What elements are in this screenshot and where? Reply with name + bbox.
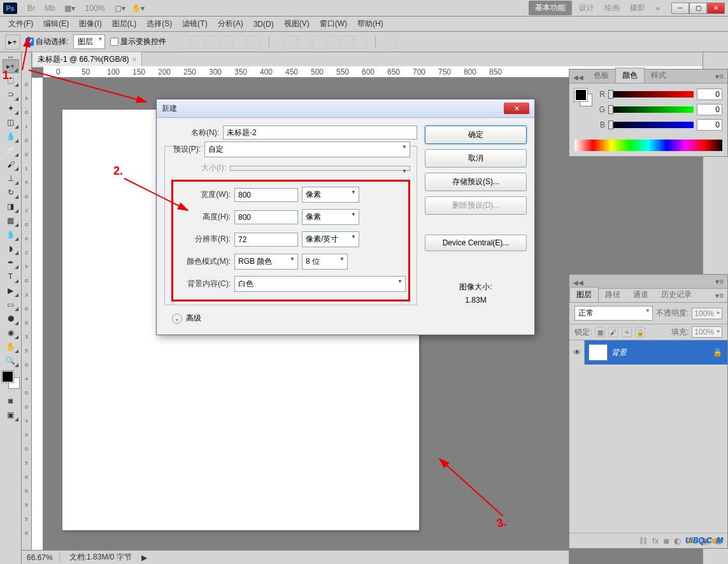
screen-mode-icon[interactable]: ▦▾ bbox=[63, 2, 77, 15]
gradient-tool[interactable]: ▦ bbox=[3, 213, 19, 228]
menu-help[interactable]: 帮助(H) bbox=[352, 17, 389, 31]
distribute-icon[interactable] bbox=[312, 36, 325, 48]
layer-visibility-icon[interactable]: 👁 bbox=[569, 340, 585, 365]
b-slider[interactable] bbox=[608, 122, 694, 128]
align-icon[interactable] bbox=[206, 36, 218, 48]
save-preset-button[interactable]: 存储预设(S)... bbox=[425, 173, 527, 191]
auto-select-target[interactable]: 图层 bbox=[73, 34, 105, 49]
background-select[interactable]: 白色 bbox=[234, 276, 406, 292]
3d-camera-tool[interactable]: ◉ bbox=[3, 326, 19, 340]
distribute-icon[interactable] bbox=[326, 36, 339, 48]
panel-color-swatch[interactable] bbox=[575, 89, 592, 106]
cancel-button[interactable]: 取消 bbox=[425, 149, 527, 168]
crop-tool[interactable]: ◫ bbox=[3, 115, 19, 129]
align-icon[interactable] bbox=[220, 36, 232, 48]
auto-select-check[interactable]: 自动选择: bbox=[25, 36, 68, 47]
tab-channels[interactable]: 通道 bbox=[627, 287, 655, 302]
pen-tool[interactable]: ✒ bbox=[3, 256, 19, 270]
3d-tool[interactable]: ⬢ bbox=[3, 312, 19, 326]
tab-swatches[interactable]: 色板 bbox=[587, 68, 615, 83]
minimize-button[interactable]: ─ bbox=[671, 3, 689, 14]
lock-all-icon[interactable]: 🔒 bbox=[635, 327, 645, 337]
fill-value[interactable]: 100% bbox=[692, 326, 722, 338]
close-button[interactable]: ✕ bbox=[707, 3, 725, 14]
layer-thumbnail[interactable] bbox=[589, 344, 608, 361]
hand-icon[interactable]: ✋▾ bbox=[131, 2, 145, 15]
workspace-painting[interactable]: 绘画 bbox=[599, 1, 625, 15]
show-transform-checkbox[interactable] bbox=[110, 38, 118, 46]
quickmask-tool[interactable]: ◙ bbox=[3, 394, 19, 408]
panel-fg-color[interactable] bbox=[575, 89, 587, 101]
color-spectrum[interactable] bbox=[575, 140, 722, 151]
tab-layers[interactable]: 图层 bbox=[569, 287, 599, 302]
adjustment-layer-icon[interactable]: ◐ bbox=[674, 536, 681, 546]
marquee-tool[interactable]: ⬚ bbox=[3, 73, 19, 87]
menu-filter[interactable]: 滤镜(T) bbox=[177, 17, 212, 31]
menu-window[interactable]: 窗口(W) bbox=[315, 17, 352, 31]
workspace-photography[interactable]: 摄影 bbox=[625, 1, 650, 15]
layer-name[interactable]: 背景 bbox=[611, 347, 713, 358]
menu-view[interactable]: 视图(V) bbox=[279, 17, 315, 31]
lasso-tool[interactable]: ⊃ bbox=[3, 87, 19, 101]
name-input[interactable] bbox=[223, 126, 417, 140]
menu-file[interactable]: 文件(F) bbox=[3, 17, 38, 31]
workspace-design[interactable]: 设计 bbox=[574, 1, 599, 15]
arrange-icon[interactable]: ▢▾ bbox=[113, 2, 127, 15]
history-brush-tool[interactable]: ↻ bbox=[3, 185, 19, 199]
panel-collapse-icon[interactable]: ◀◀ bbox=[569, 72, 587, 83]
tab-close-icon[interactable]: × bbox=[132, 55, 136, 63]
tab-styles[interactable]: 样式 bbox=[645, 68, 673, 83]
dodge-tool[interactable]: ◗ bbox=[3, 242, 19, 256]
g-value[interactable]: 0 bbox=[697, 104, 722, 115]
align-icon[interactable] bbox=[192, 36, 204, 48]
brush-tool[interactable]: 🖌 bbox=[3, 157, 19, 171]
width-unit-select[interactable]: 像素 bbox=[302, 187, 359, 203]
path-select-tool[interactable]: ▶ bbox=[3, 284, 19, 298]
hand-tool[interactable]: ✋ bbox=[3, 340, 19, 354]
eraser-tool[interactable]: ◨ bbox=[3, 199, 19, 213]
workspace-more[interactable]: » bbox=[650, 2, 665, 15]
tab-color[interactable]: 颜色 bbox=[615, 68, 645, 83]
eyedropper-tool[interactable]: 💧 bbox=[3, 129, 19, 143]
document-tab[interactable]: 未标题-1 @ 66.7%(RGB/8) × bbox=[32, 52, 142, 68]
current-tool-icon[interactable]: ▸+ bbox=[5, 34, 20, 50]
resolution-input[interactable] bbox=[234, 233, 298, 247]
lock-transparent-icon[interactable]: ▦ bbox=[595, 327, 605, 337]
type-tool[interactable]: T bbox=[3, 270, 19, 284]
menu-image[interactable]: 图像(I) bbox=[74, 17, 106, 31]
layer-mask-icon[interactable]: ◙ bbox=[664, 536, 669, 546]
r-value[interactable]: 0 bbox=[697, 89, 722, 100]
status-doc-info[interactable]: 文档:1.83M/0 字节 bbox=[69, 552, 132, 563]
panel-menu-icon[interactable]: ▾≡ bbox=[711, 289, 727, 302]
bridge-button[interactable]: Br bbox=[24, 3, 39, 14]
zoom-tool[interactable]: 🔍 bbox=[3, 354, 19, 368]
align-3d-icon[interactable] bbox=[384, 36, 397, 48]
panel-menu-icon[interactable]: ▾≡ bbox=[711, 275, 727, 288]
menu-edit[interactable]: 编辑(E) bbox=[38, 17, 74, 31]
color-mode-select[interactable]: RGB 颜色 bbox=[234, 254, 298, 270]
height-unit-select[interactable]: 像素 bbox=[302, 209, 359, 225]
tab-paths[interactable]: 路径 bbox=[599, 287, 627, 302]
menu-3d[interactable]: 3D(D) bbox=[248, 18, 279, 31]
ruler-vertical[interactable] bbox=[32, 78, 43, 564]
color-swatches[interactable] bbox=[2, 371, 20, 389]
healing-tool[interactable]: 🩹 bbox=[3, 143, 19, 157]
status-arrow-icon[interactable]: ▶ bbox=[141, 553, 147, 562]
wand-tool[interactable]: ✦ bbox=[3, 101, 19, 115]
bit-depth-select[interactable]: 8 位 bbox=[302, 254, 348, 270]
height-input[interactable] bbox=[234, 210, 298, 224]
lock-position-icon[interactable]: + bbox=[622, 327, 632, 337]
maximize-button[interactable]: ▢ bbox=[689, 3, 707, 14]
layer-row[interactable]: 👁 背景 🔒 bbox=[569, 340, 727, 365]
align-icon[interactable] bbox=[178, 36, 190, 48]
panel-menu-icon[interactable]: ▾≡ bbox=[711, 70, 727, 83]
g-slider[interactable] bbox=[608, 106, 694, 113]
tab-history[interactable]: 历史记录 bbox=[655, 287, 698, 302]
show-transform-check[interactable]: 显示变换控件 bbox=[110, 36, 166, 47]
menu-select[interactable]: 选择(S) bbox=[141, 17, 177, 31]
blend-mode-select[interactable]: 正常 bbox=[575, 306, 653, 321]
advanced-toggle[interactable]: ⌄ 高级 bbox=[172, 313, 417, 324]
r-slider[interactable] bbox=[608, 91, 694, 98]
align-icon[interactable] bbox=[248, 36, 261, 48]
opacity-value[interactable]: 100% bbox=[692, 308, 722, 319]
